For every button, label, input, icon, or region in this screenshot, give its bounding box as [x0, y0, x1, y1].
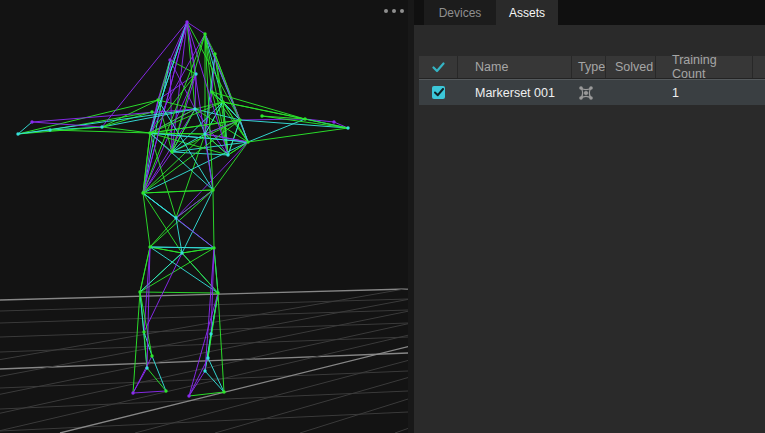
assets-table: Name Type Solved Training Count Markerse… [419, 56, 765, 105]
panel-tabbar: Devices Assets [414, 0, 765, 25]
row-enabled-cell [419, 80, 458, 105]
column-header-solved[interactable]: Solved [606, 56, 656, 78]
tab-assets[interactable]: Assets [496, 0, 558, 25]
viewport-3d[interactable] [0, 0, 408, 433]
ellipsis-icon [392, 9, 396, 13]
table-header: Name Type Solved Training Count [419, 56, 765, 79]
asset-solved [606, 80, 656, 105]
row-filler [753, 80, 765, 105]
asset-type-cell [572, 80, 606, 105]
column-header-enabled[interactable] [419, 56, 458, 78]
viewport-menu-button[interactable] [382, 7, 406, 15]
table-row-markerset[interactable]: Markerset 001 1 [419, 79, 765, 105]
column-header-name[interactable]: Name [458, 56, 572, 78]
row-checkbox-checked[interactable] [432, 86, 445, 99]
column-header-training-count[interactable]: Training Count [656, 56, 753, 78]
asset-name: Markerset 001 [458, 80, 572, 105]
column-header-type[interactable]: Type [572, 56, 606, 78]
column-header-filler [753, 56, 765, 78]
assets-panel: Devices Assets Name Type Solved Training… [414, 0, 765, 433]
asset-training-count: 1 [656, 80, 753, 105]
markerset-icon [578, 85, 594, 101]
ellipsis-icon [400, 9, 404, 13]
tab-devices[interactable]: Devices [424, 0, 496, 25]
markerset-wireframe-figure [0, 0, 408, 433]
ellipsis-icon [384, 9, 388, 13]
check-icon [434, 88, 444, 97]
check-icon [432, 62, 445, 73]
